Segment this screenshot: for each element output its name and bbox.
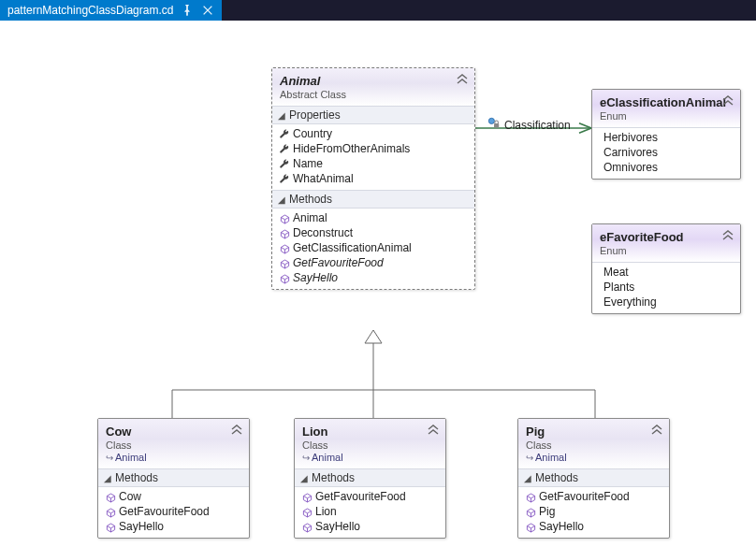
section-title: Methods — [289, 193, 332, 206]
cube-icon — [524, 506, 537, 519]
collapse-icon[interactable] — [650, 425, 663, 439]
diagram-canvas[interactable]: Classification Animal Abstract Class ◢ P… — [0, 21, 756, 547]
section-header-methods[interactable]: ◢ Methods — [98, 468, 249, 487]
enum-value: Omnivores — [603, 161, 658, 174]
pin-icon[interactable] — [181, 4, 194, 17]
wrench-icon — [278, 158, 291, 171]
expander-icon: ◢ — [278, 194, 285, 205]
enum-value-row[interactable]: Herbivores — [594, 130, 738, 145]
base-class-link[interactable]: ↪Animal — [106, 452, 241, 463]
class-header: Cow Class ↪Animal — [98, 419, 249, 468]
inherits-arrow-icon: ↪ — [302, 453, 310, 463]
enum-value: Everything — [603, 295, 657, 309]
expander-icon: ◢ — [104, 473, 111, 483]
class-title: eClassificationAnimal — [600, 95, 733, 109]
cube-icon — [300, 491, 313, 504]
section-header-methods[interactable]: ◢ Methods — [272, 190, 474, 209]
collapse-icon[interactable] — [721, 95, 734, 109]
method-row[interactable]: SayHello — [100, 519, 247, 534]
method-row[interactable]: GetFavouriteFood — [297, 489, 443, 504]
class-title: Cow — [106, 425, 241, 439]
method-row[interactable]: Cow — [100, 489, 247, 504]
cube-icon — [524, 491, 537, 504]
method-row[interactable]: SayHello — [297, 519, 443, 534]
class-box-pig[interactable]: Pig Class ↪Animal ◢ Methods GetFavourite… — [517, 418, 670, 539]
section-header-methods[interactable]: ◢ Methods — [518, 468, 669, 487]
class-box-lion[interactable]: Lion Class ↪Animal ◢ Methods GetFavourit… — [294, 418, 446, 539]
method-row[interactable]: SayHello — [520, 519, 667, 534]
collapse-icon[interactable] — [456, 74, 469, 88]
association-text: Classification — [504, 119, 571, 132]
enum-value-row[interactable]: Omnivores — [594, 160, 738, 175]
document-tab[interactable]: patternMatchingClassDiagram.cd — [0, 0, 222, 21]
method-row[interactable]: GetFavouriteFood — [100, 504, 247, 519]
method-row[interactable]: GetFavouriteFood — [274, 255, 472, 270]
member-name: HideFromOtherAnimals — [293, 142, 410, 155]
enum-value: Herbivores — [603, 131, 658, 144]
member-name: SayHello — [293, 271, 338, 284]
member-name: Lion — [315, 505, 337, 518]
method-row[interactable]: Animal — [274, 210, 472, 225]
class-title: Lion — [302, 425, 438, 439]
expander-icon: ◢ — [524, 473, 531, 483]
enum-value: Carnivores — [603, 146, 658, 159]
enum-value-row[interactable]: Everything — [594, 295, 738, 309]
cube-icon — [104, 521, 117, 534]
property-row[interactable]: HideFromOtherAnimals — [274, 141, 472, 156]
class-title: Animal — [280, 74, 467, 88]
collapse-icon[interactable] — [230, 425, 243, 439]
enum-box-eclassificationanimal[interactable]: eClassificationAnimal Enum HerbivoresCar… — [591, 89, 741, 180]
cube-icon — [278, 227, 291, 240]
class-header: Pig Class ↪Animal — [518, 419, 669, 468]
method-row[interactable]: Lion — [297, 504, 443, 519]
section-header-properties[interactable]: ◢ Properties — [272, 106, 474, 124]
enum-value-row[interactable]: Plants — [594, 280, 738, 295]
expander-icon: ◢ — [278, 110, 285, 121]
method-row[interactable]: SayHello — [274, 270, 472, 285]
property-row[interactable]: Name — [274, 156, 472, 171]
class-stereotype: Enum — [600, 110, 733, 122]
class-title: Pig — [526, 425, 662, 439]
section-title: Methods — [312, 471, 355, 484]
title-bar: patternMatchingClassDiagram.cd — [0, 0, 756, 21]
member-name: Deconstruct — [293, 226, 353, 239]
class-box-animal[interactable]: Animal Abstract Class ◢ Properties Count… — [271, 67, 475, 290]
property-row[interactable]: WhatAnimal — [274, 171, 472, 186]
member-name: SayHello — [119, 520, 164, 533]
tab-title: patternMatchingClassDiagram.cd — [7, 4, 173, 17]
collapse-icon[interactable] — [721, 230, 734, 244]
class-title: eFavoriteFood — [600, 230, 733, 244]
class-header: eFavoriteFood Enum — [592, 224, 740, 262]
method-row[interactable]: GetFavouriteFood — [520, 489, 667, 504]
class-stereotype: Class — [106, 439, 241, 451]
member-name: Cow — [119, 490, 141, 503]
class-stereotype: Enum — [600, 245, 733, 256]
class-box-cow[interactable]: Cow Class ↪Animal ◢ Methods CowGetFavour… — [97, 418, 250, 539]
association-label: Classification — [487, 117, 571, 133]
svg-rect-1 — [494, 123, 499, 127]
base-class-link[interactable]: ↪Animal — [526, 452, 662, 463]
inherits-arrow-icon: ↪ — [526, 453, 533, 463]
method-row[interactable]: Deconstruct — [274, 225, 472, 240]
cube-icon — [524, 521, 537, 534]
method-row[interactable]: GetClassificationAnimal — [274, 240, 472, 255]
wrench-icon — [278, 143, 291, 156]
inherits-arrow-icon: ↪ — [106, 453, 113, 463]
cube-icon — [104, 491, 117, 504]
method-row[interactable]: Pig — [520, 504, 667, 519]
member-name: Country — [293, 127, 332, 140]
close-icon[interactable] — [201, 4, 214, 17]
class-header: eClassificationAnimal Enum — [592, 90, 740, 127]
class-header: Animal Abstract Class — [272, 68, 474, 106]
cube-icon — [278, 242, 291, 255]
property-row[interactable]: Country — [274, 126, 472, 141]
section-header-methods[interactable]: ◢ Methods — [295, 468, 445, 487]
class-header: Lion Class ↪Animal — [295, 419, 445, 468]
collapse-icon[interactable] — [427, 425, 440, 439]
member-name: Pig — [539, 505, 555, 518]
enum-box-efavoritefood[interactable]: eFavoriteFood Enum MeatPlantsEverything — [591, 223, 741, 314]
enum-value-row[interactable]: Meat — [594, 265, 738, 280]
cube-icon — [300, 521, 313, 534]
enum-value-row[interactable]: Carnivores — [594, 145, 738, 160]
base-class-link[interactable]: ↪Animal — [302, 452, 438, 463]
